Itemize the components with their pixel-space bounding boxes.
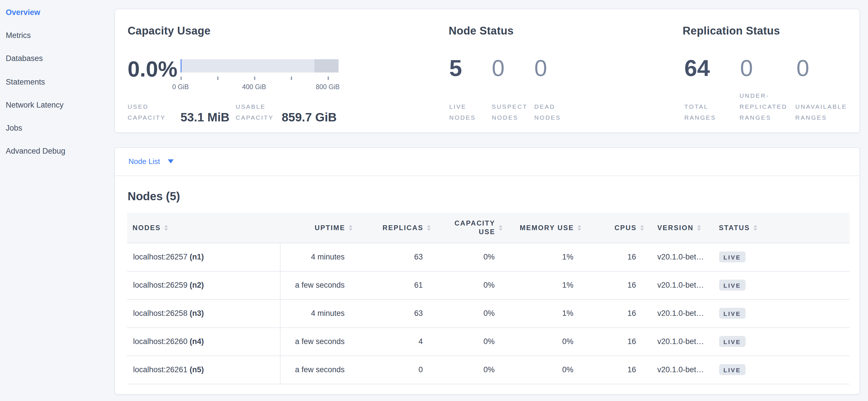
- memory-use-cell: 0%: [505, 327, 584, 355]
- node-id: (n4): [190, 337, 204, 346]
- node-address-link[interactable]: localhost:26257: [133, 253, 187, 261]
- node-address-link[interactable]: localhost:26260: [133, 337, 187, 346]
- dead-nodes-label: DEAD NODES: [534, 91, 563, 123]
- dead-nodes-count: 0: [534, 55, 547, 80]
- column-header-uptime[interactable]: UPTIME: [280, 213, 355, 243]
- under-replicated-ranges-count: 0: [740, 55, 753, 80]
- sidebar-item-databases[interactable]: Databases: [0, 47, 114, 70]
- sort-icon: [697, 225, 701, 231]
- uptime-cell: a few seconds: [280, 355, 355, 384]
- status-badge: LIVE: [719, 308, 746, 319]
- cpus-cell: 16: [584, 243, 646, 271]
- column-header-replicas[interactable]: REPLICAS: [355, 213, 433, 243]
- uptime-cell: 4 minutes: [280, 243, 355, 271]
- sidebar-item-network-latency[interactable]: Network Latency: [0, 93, 114, 116]
- capacity-use-cell: 0%: [433, 299, 505, 327]
- sidebar-item-label: Jobs: [6, 124, 22, 132]
- status-badge: LIVE: [719, 364, 746, 375]
- column-label: UPTIME: [315, 224, 345, 232]
- live-nodes-label: LIVE NODES: [449, 91, 485, 123]
- memory-use-cell: 1%: [505, 299, 584, 327]
- uptime-cell: 4 minutes: [280, 299, 355, 327]
- table-row-node-1[interactable]: localhost:26257 (n1) 4 minutes 63 0% 1% …: [127, 243, 849, 271]
- column-header-cpus[interactable]: CPUS: [584, 213, 646, 243]
- replicas-cell: 61: [355, 271, 433, 299]
- sidebar-item-advanced-debug[interactable]: Advanced Debug: [0, 140, 114, 163]
- capacity-use-cell: 0%: [433, 355, 505, 384]
- node-address-link[interactable]: localhost:26259: [133, 281, 187, 289]
- node-list-view-selector[interactable]: Node List: [115, 148, 859, 176]
- unavailable-ranges-count: 0: [797, 55, 809, 80]
- column-header-nodes[interactable]: NODES: [127, 213, 280, 243]
- cpus-cell: 16: [584, 299, 646, 327]
- table-row-node-4[interactable]: localhost:26260 (n4) a few seconds 4 0% …: [127, 327, 849, 355]
- sidebar-item-jobs[interactable]: Jobs: [0, 116, 114, 140]
- sort-icon: [427, 225, 430, 231]
- sidebar-item-statements[interactable]: Statements: [0, 70, 114, 93]
- sidebar-item-label: Databases: [6, 54, 43, 63]
- sidebar-item-label: Advanced Debug: [6, 147, 65, 155]
- node-id: (n3): [190, 309, 204, 318]
- node-list-selector-label: Node List: [128, 157, 160, 166]
- axis-tick: [181, 76, 181, 80]
- replicas-cell: 0: [355, 355, 433, 384]
- axis-tick: [254, 76, 255, 80]
- column-label: CPUS: [615, 224, 637, 232]
- table-row-node-2[interactable]: localhost:26259 (n2) a few seconds 61 0%…: [127, 271, 849, 299]
- node-id: (n2): [190, 281, 204, 289]
- sidebar-nav: Overview Metrics Databases Statements Ne…: [0, 0, 114, 163]
- column-header-capacity-use[interactable]: CAPACITY USE: [433, 213, 505, 243]
- suspect-nodes-count: 0: [492, 55, 505, 80]
- sidebar-item-metrics[interactable]: Metrics: [0, 24, 114, 47]
- axis-tick-label: 0 GiB: [162, 83, 199, 90]
- node-list-card: Node List Nodes (5) NODES UP: [114, 147, 860, 394]
- version-cell: v20.1.0-bet…: [646, 355, 708, 384]
- sidebar-item-label: Metrics: [6, 31, 31, 40]
- column-label: MEMORY USE: [520, 224, 574, 232]
- under-replicated-ranges-label: UNDER-REPLICATED RANGES: [740, 91, 795, 123]
- cluster-overview-page: Overview Metrics Databases Statements Ne…: [0, 0, 868, 401]
- table-row-node-3[interactable]: localhost:26258 (n3) 4 minutes 63 0% 1% …: [127, 299, 849, 327]
- capacity-used-percent: 0.0%: [128, 57, 177, 80]
- table-row-node-5[interactable]: localhost:26261 (n5) a few seconds 0 0% …: [127, 355, 849, 384]
- column-label: STATUS: [719, 224, 750, 232]
- live-nodes-count: 5: [449, 55, 462, 80]
- sort-icon: [164, 225, 167, 231]
- used-capacity-value: 53.1 MiB: [181, 110, 229, 124]
- cpus-cell: 16: [584, 327, 646, 355]
- replicas-cell: 63: [355, 243, 433, 271]
- axis-tick: [328, 76, 329, 80]
- used-capacity-label: USED CAPACITY: [128, 91, 169, 123]
- sidebar-item-overview[interactable]: Overview: [0, 1, 114, 24]
- sort-icon: [499, 225, 502, 231]
- node-status-title: Node Status: [449, 24, 514, 37]
- cpus-cell: 16: [584, 271, 646, 299]
- sort-icon: [753, 225, 757, 231]
- cpus-cell: 16: [584, 355, 646, 384]
- sidebar-item-label: Statements: [6, 77, 45, 86]
- column-header-memory-use[interactable]: MEMORY USE: [505, 213, 584, 243]
- sidebar-item-label: Network Latency: [6, 101, 64, 109]
- column-label: CAPACITY USE: [452, 219, 495, 236]
- total-ranges-count: 64: [684, 55, 710, 80]
- capacity-use-cell: 0%: [433, 327, 505, 355]
- column-label: REPLICAS: [382, 224, 423, 232]
- usable-capacity-value: 859.7 GiB: [282, 110, 337, 124]
- column-label: VERSION: [657, 224, 693, 232]
- node-id: (n5): [190, 365, 204, 374]
- axis-tick-label: 800 GiB: [309, 83, 346, 90]
- column-label: NODES: [132, 224, 161, 232]
- node-address-link[interactable]: localhost:26258: [133, 309, 187, 318]
- replicas-cell: 63: [355, 299, 433, 327]
- capacity-bar-used-segment: [181, 59, 182, 72]
- usable-capacity-label: USABLE CAPACITY: [236, 91, 277, 123]
- column-header-version[interactable]: VERSION: [646, 213, 708, 243]
- node-id: (n1): [190, 253, 204, 261]
- capacity-bar: [181, 59, 339, 72]
- memory-use-cell: 1%: [505, 271, 584, 299]
- cluster-summary-card: Capacity Usage 0.0% 0 GiB 400 GiB 800 Gi…: [114, 8, 860, 133]
- column-header-status[interactable]: STATUS: [708, 213, 849, 243]
- total-ranges-label: TOTAL RANGES: [684, 91, 716, 123]
- node-address-link[interactable]: localhost:26261: [133, 365, 187, 374]
- status-badge: LIVE: [719, 336, 746, 347]
